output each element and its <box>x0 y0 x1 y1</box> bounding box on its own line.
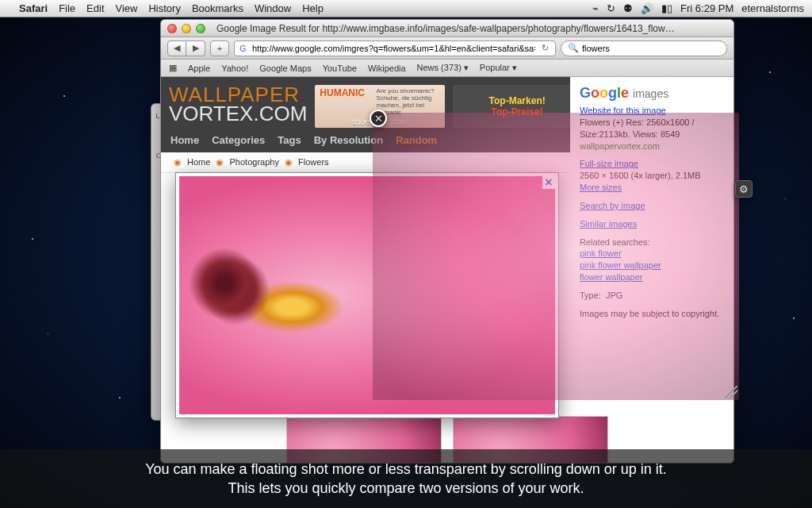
favicon-icon: G <box>238 43 249 54</box>
caption-line2: This lets you quickly compare two versio… <box>228 479 584 498</box>
floating-close-button[interactable]: ✕ <box>370 110 387 127</box>
timemachine-icon[interactable]: ↻ <box>607 2 615 14</box>
bookmark-add-button[interactable]: + <box>210 40 229 56</box>
volume-icon[interactable]: 🔊 <box>641 2 653 14</box>
svg-text:G: G <box>239 43 246 52</box>
menu-history[interactable]: History <box>148 2 180 14</box>
search-icon: 🔍 <box>568 43 579 53</box>
tutorial-caption: You can make a floating shot more or les… <box>0 449 812 508</box>
reload-icon[interactable]: ↻ <box>538 43 552 53</box>
menubar: Safari File Edit View History Bookmarks … <box>0 0 812 17</box>
menubar-clock[interactable]: Fri 6:29 PM <box>680 2 733 14</box>
logo-line2: VORTEX.COM <box>169 104 307 123</box>
resize-handle-icon[interactable] <box>725 386 737 398</box>
battery-icon[interactable]: ▮▯ <box>661 2 672 14</box>
floating-screenshot[interactable]: ✕ <box>373 113 739 400</box>
menu-bookmarks[interactable]: Bookmarks <box>192 2 243 14</box>
nav-categories[interactable]: Categories <box>212 134 265 146</box>
address-bar[interactable]: G http://www.google.com/imgres?q=flowers… <box>234 40 556 56</box>
menu-help[interactable]: Help <box>302 2 324 14</box>
bookmark-wikipedia[interactable]: Wikipedia <box>368 64 406 73</box>
menu-window[interactable]: Window <box>255 2 291 14</box>
gear-icon: ⚙ <box>739 183 749 195</box>
app-name[interactable]: Safari <box>19 2 48 14</box>
window-title: Google Image Result for http://www.imgba… <box>161 23 733 34</box>
top-sites-icon[interactable]: ▦ <box>169 63 177 73</box>
search-input[interactable] <box>582 44 720 53</box>
menu-view[interactable]: View <box>116 2 138 14</box>
menu-edit[interactable]: Edit <box>86 2 104 14</box>
menu-file[interactable]: File <box>59 2 75 14</box>
bookmark-yahoo[interactable]: Yahoo! <box>221 64 248 73</box>
menubar-user[interactable]: eternalstorms <box>741 2 804 14</box>
bookmark-popular[interactable]: Popular ▾ <box>480 63 517 73</box>
bookmarks-bar: ▦ Apple Yahoo! Google Maps YouTube Wikip… <box>161 60 733 77</box>
crumb-flowers[interactable]: Flowers <box>298 157 329 167</box>
wifi-icon[interactable]: ⚉ <box>623 2 633 14</box>
caption-line1: You can make a floating shot more or les… <box>145 460 667 479</box>
gear-widget[interactable]: ⚙ <box>735 180 753 198</box>
google-images-logo[interactable]: Google images <box>580 85 724 102</box>
forward-button[interactable]: ▶ <box>186 40 205 56</box>
window-titlebar[interactable]: Google Image Result for http://www.imgba… <box>161 20 733 37</box>
back-button[interactable]: ◀ <box>167 40 186 56</box>
site-logo[interactable]: WALLPAPER VORTEX.COM <box>169 85 307 128</box>
browser-toolbar: ◀ ▶ + G http://www.google.com/imgres?q=f… <box>161 37 733 60</box>
bookmark-youtube[interactable]: YouTube <box>323 64 357 73</box>
ad1-brand: HUMANIC <box>320 87 365 98</box>
bookmark-apple[interactable]: Apple <box>188 64 210 73</box>
google-logo-suffix: images <box>633 87 668 100</box>
ad1-sub: Are you shoemanic? Schuhe, die süchtig m… <box>377 87 440 116</box>
address-bar-text: http://www.google.com/imgres?q=flowers&u… <box>252 44 535 53</box>
crumb-photography[interactable]: Photography <box>230 157 279 167</box>
bookmark-googlemaps[interactable]: Google Maps <box>259 64 311 73</box>
bluetooth-icon[interactable]: ⌁ <box>592 2 599 14</box>
bookmark-news[interactable]: News (373) ▾ <box>417 63 469 73</box>
crumb-home[interactable]: Home <box>187 157 210 167</box>
search-field[interactable]: 🔍 <box>561 40 727 56</box>
nav-tags[interactable]: Tags <box>278 134 301 146</box>
ad2-line1: Top-Marken! <box>489 95 546 106</box>
nav-home[interactable]: Home <box>170 134 199 146</box>
